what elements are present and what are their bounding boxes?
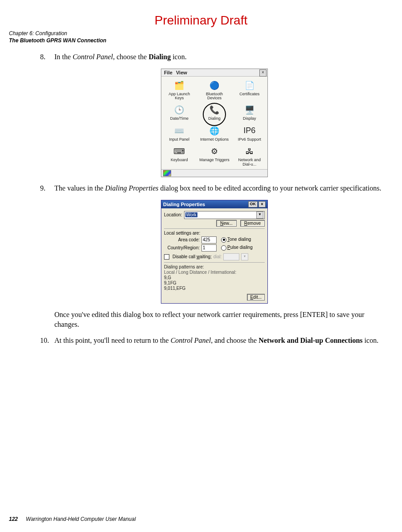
control-panel-window: File View × 🗂️App Launch Keys🔵Bluetooth … [161, 69, 268, 178]
footer-text: Warrington Hand-Held Computer User Manua… [26, 516, 136, 522]
network-icon: 🖧 [243, 145, 256, 158]
input-icon: ⌨️ [172, 125, 186, 137]
dial-input-disabled [223, 253, 239, 260]
control-panel-item-label: Network and Dial-u... [234, 158, 265, 167]
tone-dialing-radio[interactable]: Tone dialing [221, 237, 251, 242]
control-panel-item[interactable]: 📄Certificates [232, 78, 267, 102]
control-panel-item-label: Keyboard [171, 158, 188, 162]
control-panel-item-label: Dialing [208, 117, 221, 121]
preliminary-draft-watermark: Preliminary Draft [9, 13, 393, 28]
chapter-header: Chapter 6: Configuration The Bluetooth G… [9, 30, 393, 44]
step-8: 8. In the Control Panel, choose the Dial… [40, 52, 389, 62]
control-panel-item-label: Input Panel [169, 138, 190, 142]
step-9: 9. The values in the Dialing Properties … [40, 183, 389, 193]
text-fragment: The values in the [54, 184, 105, 192]
bluetooth-icon: 🔵 [208, 79, 221, 92]
dialog-titlebar: Dialing Properties OK × [161, 200, 267, 208]
ok-button[interactable]: OK [248, 201, 258, 207]
chevron-down-icon: ▾ [241, 253, 248, 260]
step-8-number: 8. [40, 52, 54, 62]
control-panel-item[interactable]: 🕒Date/Time [162, 103, 197, 122]
area-code-input[interactable]: 425 [201, 236, 217, 244]
app-icon: 🗂️ [172, 79, 186, 92]
dialing-patterns: Dialing patterns are: Local / Long Dista… [164, 264, 265, 291]
control-panel-item[interactable]: ⌨Keyboard [162, 144, 197, 168]
step-10: 10. At this point, you'll need to return… [40, 336, 389, 345]
remove-button[interactable]: Remove [240, 220, 265, 227]
control-panel-item[interactable]: 🗂️App Launch Keys [162, 78, 197, 102]
step-9-text: The values in the Dialing Properties dia… [54, 183, 389, 193]
control-panel-item[interactable]: 🔵Bluetooth Devices [197, 78, 232, 102]
pattern-line-2: 9,1FG [164, 280, 265, 286]
control-panel-item[interactable]: 🌐Internet Options [197, 124, 232, 143]
chapter-line: Chapter 6: Configuration [9, 30, 393, 37]
step-9-followup: Once you've edited this dialog box to re… [40, 310, 389, 330]
text-fragment: , and choose the [211, 337, 258, 344]
dialog-title: Dialing Properties [163, 202, 205, 207]
close-button[interactable]: × [259, 69, 267, 77]
location-value: Work [185, 212, 197, 217]
country-region-label: Country/Region: [164, 245, 200, 250]
local-settings-label: Local settings are: [164, 231, 265, 236]
close-icon[interactable]: × [258, 201, 266, 207]
menubar: File View × [161, 69, 267, 77]
text-bold: Dialing [148, 53, 171, 61]
dial-label: dial: [213, 254, 222, 259]
text-fragment: icon. [171, 53, 187, 61]
new-button[interactable]: New... [216, 220, 237, 227]
control-panel-item[interactable]: ⌨️Input Panel [162, 124, 197, 143]
control-panel-item-label: Date/Time [170, 117, 189, 121]
pattern-line-3: 9,011,EFG [164, 286, 265, 291]
text-italic: Dialing Properties [105, 184, 159, 192]
control-panel-item[interactable]: 🖧Network and Dial-u... [232, 144, 267, 168]
pulse-dialing-radio[interactable]: Pulse dialing [221, 245, 253, 250]
text-fragment: dialog box need to be edited according t… [159, 184, 381, 192]
start-icon[interactable] [163, 170, 171, 176]
country-region-input[interactable]: 1 [201, 244, 217, 252]
text-italic: Control Panel [73, 53, 113, 61]
control-panel-item[interactable]: ⚙Manage Triggers [197, 144, 232, 168]
text-fragment: At this point, you'll need to return to … [54, 337, 171, 344]
step-10-text: At this point, you'll need to return to … [54, 336, 389, 345]
pattern-line-1: 9,G [164, 275, 265, 280]
menu-file[interactable]: File [164, 70, 172, 75]
control-panel-item-label: Display [243, 117, 256, 121]
patterns-label: Dialing patterns are: [164, 264, 265, 270]
taskbar [161, 169, 267, 177]
display-icon: 🖥️ [243, 104, 256, 116]
text-fragment: In the [54, 53, 73, 61]
text-fragment: icon. [363, 337, 379, 344]
control-panel-item-label: App Launch Keys [164, 92, 195, 101]
step-10-number: 10. [40, 336, 54, 345]
control-panel-screenshot: File View × 🗂️App Launch Keys🔵Bluetooth … [40, 69, 389, 178]
dialing-icon: 📞 [208, 104, 221, 116]
menu-view[interactable]: View [176, 70, 187, 75]
disable-call-waiting-label: Disable call waiting; [172, 254, 212, 259]
dialing-properties-window: Dialing Properties OK × Location: Work ▼ [161, 200, 268, 304]
control-panel-item-label: Internet Options [200, 138, 229, 142]
area-code-label: Area code: [164, 237, 200, 242]
edit-button[interactable]: Edit... [247, 294, 265, 301]
control-panel-item[interactable]: 🖥️Display [232, 103, 267, 122]
control-panel-item[interactable]: 📞Dialing [197, 103, 232, 122]
control-panel-item-label: Manage Triggers [199, 158, 230, 162]
control-panel-item-label: Bluetooth Devices [199, 92, 230, 101]
step-8-text: In the Control Panel, choose the Dialing… [54, 52, 389, 62]
text-bold: Network and Dial-up Connections [258, 337, 362, 344]
certificates-icon: 📄 [243, 79, 256, 92]
ipv6-icon: IP6 [243, 125, 256, 137]
text-fragment: , choose the [113, 53, 148, 61]
control-panel-item-label: IPv6 Support [238, 138, 261, 142]
date-icon: 🕒 [172, 104, 186, 116]
location-label: Location: [164, 212, 182, 217]
disable-call-waiting-checkbox[interactable] [164, 254, 171, 259]
control-panel-item[interactable]: IP6IPv6 Support [232, 124, 267, 143]
internet-icon: 🌐 [208, 125, 221, 137]
manage-icon: ⚙ [208, 145, 221, 158]
location-combobox[interactable]: Work ▼ [184, 211, 265, 219]
text-italic: Control Panel [171, 337, 211, 344]
page-footer: 122 Warrington Hand-Held Computer User M… [9, 516, 136, 522]
section-title: The Bluetooth GPRS WAN Connection [9, 37, 393, 45]
dialing-properties-screenshot: Dialing Properties OK × Location: Work ▼ [40, 200, 389, 304]
chevron-down-icon[interactable]: ▼ [256, 211, 263, 219]
